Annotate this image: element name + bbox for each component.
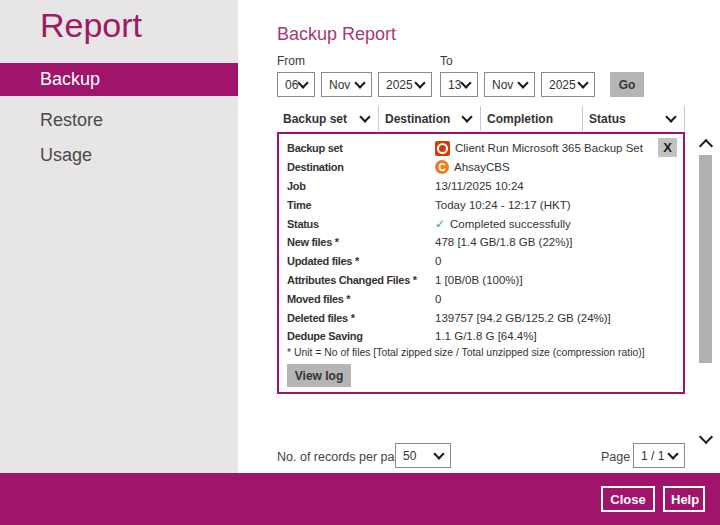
to-label: To [440, 54, 453, 68]
filter-backup-set-label: Backup set [283, 112, 347, 126]
chevron-down-icon [577, 77, 588, 88]
records-per-page-select[interactable]: 50 [395, 443, 451, 468]
row-value: 13/11/2025 10:24 [435, 180, 524, 192]
sidebar-item-restore-label: Restore [40, 110, 103, 130]
from-year-select[interactable]: 2025 [378, 72, 432, 97]
record-row-status: Status ✓ Completed successfully [279, 214, 683, 233]
record-row-dedupe-saving: Dedupe Saving 1.1 G/1.8 G [64.4%] [279, 327, 683, 346]
record-row-updated-files: Updated files * 0 [279, 252, 683, 271]
row-label: Backup set [287, 142, 435, 154]
row-label: Destination [287, 161, 435, 173]
sidebar-item-restore[interactable]: Restore [0, 104, 238, 137]
row-value: ✓ Completed successfully [435, 217, 571, 231]
to-year-value: 2025 [549, 78, 576, 92]
filter-completion-label: Completion [487, 112, 553, 126]
row-label: Deleted files * [287, 312, 435, 324]
chevron-down-icon [354, 77, 365, 88]
status-text: Completed successfully [450, 218, 571, 230]
record-row-moved-files: Moved files * 0 [279, 289, 683, 308]
row-label: Status [287, 218, 435, 230]
filter-destination[interactable]: Destination [379, 106, 481, 131]
record-row-backup-set: Backup set Client Run Microsoft 365 Back… [279, 139, 683, 158]
go-button[interactable]: Go [610, 72, 644, 97]
chevron-down-icon [359, 111, 370, 122]
chevron-down-icon [667, 448, 678, 459]
from-day-value: 06 [285, 78, 298, 92]
to-day-select[interactable]: 13 [440, 72, 478, 97]
filter-status[interactable]: Status [583, 106, 685, 131]
row-value: 1 [0B/0B (100%)] [435, 274, 523, 286]
page-select[interactable]: 1 / 1 [633, 443, 685, 468]
backup-set-name: Client Run Microsoft 365 Backup Set [455, 142, 643, 154]
close-button[interactable]: Close [601, 486, 655, 512]
filter-status-label: Status [589, 112, 626, 126]
filter-row: Backup set Destination Completion Status [277, 106, 685, 131]
from-day-select[interactable]: 06 [277, 72, 315, 97]
record-row-new-files: New files * 478 [1.4 GB/1.8 GB (22%)] [279, 233, 683, 252]
record-row-destination: Destination C AhsayCBS [279, 158, 683, 177]
sidebar-item-usage[interactable]: Usage [0, 139, 238, 172]
to-year-select[interactable]: 2025 [541, 72, 595, 97]
unit-footnote: * Unit = No of files [Total zipped size … [287, 347, 645, 358]
row-label: Dedupe Saving [287, 330, 435, 342]
backup-report-window: Report Backup Restore Usage Backup Repor… [0, 0, 720, 525]
row-value: 478 [1.4 GB/1.8 GB (22%)] [435, 236, 572, 248]
row-label: Updated files * [287, 255, 435, 267]
chevron-down-icon [414, 77, 425, 88]
sidebar: Report Backup Restore Usage [0, 0, 238, 473]
page-value: 1 / 1 [641, 449, 664, 463]
view-log-button[interactable]: View log [287, 364, 351, 387]
chevron-down-icon [665, 111, 676, 122]
row-value: Client Run Microsoft 365 Backup Set [435, 141, 643, 156]
to-month-select[interactable]: Nov [484, 72, 535, 97]
row-label: Time [287, 199, 435, 211]
chevron-down-icon [517, 77, 528, 88]
from-month-value: Nov [329, 78, 350, 92]
scrollbar-up-icon[interactable] [699, 139, 713, 153]
microsoft-365-icon [435, 141, 450, 156]
filter-completion[interactable]: Completion [481, 106, 583, 131]
scrollbar-down-icon[interactable] [699, 430, 713, 444]
ahsaycbs-icon: C [435, 160, 449, 174]
record-rows: Backup set Client Run Microsoft 365 Back… [279, 139, 683, 346]
sidebar-item-backup[interactable]: Backup [0, 63, 238, 96]
chevron-down-icon [297, 77, 308, 88]
sidebar-item-backup-label: Backup [40, 69, 100, 89]
scrollbar-thumb[interactable] [699, 155, 712, 363]
row-label: Attributes Changed Files * [287, 274, 435, 286]
to-month-value: Nov [492, 78, 513, 92]
record-row-attributes-changed: Attributes Changed Files * 1 [0B/0B (100… [279, 271, 683, 290]
records-per-page-value: 50 [403, 449, 416, 463]
page-title: Backup Report [277, 24, 396, 45]
from-month-select[interactable]: Nov [321, 72, 372, 97]
footer-bar: Close Help [0, 473, 720, 525]
sidebar-item-usage-label: Usage [40, 145, 92, 165]
chevron-down-icon [433, 448, 444, 459]
record-row-time: Time Today 10:24 - 12:17 (HKT) [279, 195, 683, 214]
row-value: 0 [435, 255, 441, 267]
check-icon: ✓ [435, 217, 445, 231]
sidebar-title: Report [40, 6, 142, 45]
chevron-down-icon [460, 77, 471, 88]
row-value: 1.1 G/1.8 G [64.4%] [435, 330, 537, 342]
row-label: Moved files * [287, 293, 435, 305]
from-label: From [277, 54, 305, 68]
filter-backup-set[interactable]: Backup set [277, 106, 379, 131]
record-row-deleted-files: Deleted files * 139757 [94.2 GB/125.2 GB… [279, 308, 683, 327]
row-value: C AhsayCBS [435, 160, 510, 174]
backup-record-panel: X Backup set Client Run Microsoft 365 Ba… [277, 132, 685, 394]
filter-destination-label: Destination [385, 112, 450, 126]
records-per-page-label: No. of records per page [277, 450, 408, 464]
row-label: Job [287, 180, 435, 192]
help-button[interactable]: Help [663, 486, 705, 512]
to-day-value: 13 [448, 78, 461, 92]
page-label: Page [601, 450, 630, 464]
chevron-down-icon [461, 111, 472, 122]
row-value: 0 [435, 293, 441, 305]
row-value: Today 10:24 - 12:17 (HKT) [435, 199, 571, 211]
row-label: New files * [287, 236, 435, 248]
row-value: 139757 [94.2 GB/125.2 GB (24%)] [435, 312, 611, 324]
destination-name: AhsayCBS [454, 161, 510, 173]
from-year-value: 2025 [386, 78, 413, 92]
record-row-job: Job 13/11/2025 10:24 [279, 177, 683, 196]
